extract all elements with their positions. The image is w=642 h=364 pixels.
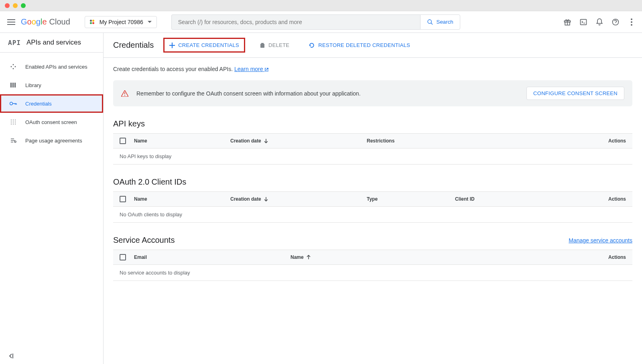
search-button-label: Search <box>437 19 453 25</box>
sidebar-header: API APIs and services <box>0 33 103 53</box>
collapse-sidebar-icon[interactable] <box>8 353 14 359</box>
col-actions: Actions <box>608 254 626 260</box>
sidebar-items: Enabled APIs and services Library Creden… <box>0 53 103 150</box>
delete-label: Delete <box>268 42 289 48</box>
svg-point-11 <box>11 66 12 67</box>
col-email[interactable]: Email <box>134 254 291 260</box>
col-type[interactable]: Type <box>367 196 455 202</box>
svg-point-29 <box>15 124 16 124</box>
select-all-checkbox[interactable] <box>120 196 126 202</box>
api-keys-section: API keys Name Creation date Restrictions… <box>113 119 632 165</box>
consent-icon <box>9 118 17 126</box>
sidebar-item-page-usage[interactable]: Page usage agreements <box>0 131 103 150</box>
svg-point-9 <box>631 24 632 26</box>
notifications-icon[interactable] <box>595 18 603 26</box>
svg-rect-15 <box>12 83 14 87</box>
svg-point-24 <box>11 122 12 122</box>
sidebar-item-label: Library <box>25 82 41 88</box>
restore-label: Restore Deleted Credentials <box>318 42 410 48</box>
svg-point-23 <box>15 120 16 120</box>
search-container: Search <box>171 14 460 30</box>
svg-point-40 <box>124 95 125 96</box>
col-name[interactable]: Name <box>291 254 371 260</box>
oauth-title: OAuth 2.0 Client IDs <box>113 177 186 187</box>
service-accounts-empty: No service accounts to display <box>113 265 632 281</box>
cloud-shell-icon[interactable] <box>579 18 587 26</box>
sidebar-item-label: Credentials <box>25 101 52 107</box>
svg-point-12 <box>15 66 16 67</box>
content: Create credentials to access your enable… <box>104 58 642 302</box>
project-icon <box>90 20 95 24</box>
search-button[interactable]: Search <box>420 14 460 30</box>
svg-rect-14 <box>10 83 12 87</box>
sidebar-item-enabled-apis[interactable]: Enabled APIs and services <box>0 57 103 76</box>
svg-point-7 <box>631 18 632 20</box>
sidebar-item-label: Enabled APIs and services <box>25 64 87 70</box>
svg-point-22 <box>13 120 14 120</box>
window-close-icon[interactable] <box>5 3 10 8</box>
hamburger-menu-icon[interactable] <box>6 17 16 27</box>
learn-more-link[interactable]: Learn more <box>234 66 269 72</box>
manage-service-accounts-link[interactable]: Manage service accounts <box>569 237 632 244</box>
svg-point-26 <box>15 122 16 122</box>
more-icon[interactable] <box>628 18 636 26</box>
svg-point-21 <box>11 120 12 120</box>
svg-point-33 <box>14 141 16 142</box>
key-icon <box>9 100 17 108</box>
window-minimize-icon[interactable] <box>13 3 18 8</box>
col-restrictions[interactable]: Restrictions <box>367 138 447 144</box>
logo-product: Cloud <box>49 17 70 26</box>
svg-rect-37 <box>260 44 264 48</box>
project-selector[interactable]: My Project 70986 <box>85 16 157 28</box>
banner-text: Remember to configure the OAuth consent … <box>136 90 526 97</box>
delete-button[interactable]: Delete <box>255 39 294 51</box>
svg-point-28 <box>13 124 14 124</box>
search-input[interactable] <box>171 14 420 30</box>
svg-point-0 <box>428 20 431 23</box>
select-all-checkbox[interactable] <box>120 254 126 260</box>
consent-banner: Remember to configure the OAuth consent … <box>113 80 632 106</box>
col-actions: Actions <box>608 138 626 144</box>
restore-icon <box>309 43 315 48</box>
sidebar-item-library[interactable]: Library <box>0 76 103 94</box>
col-name[interactable]: Name <box>134 196 230 202</box>
col-actions: Actions <box>608 196 626 202</box>
col-name[interactable]: Name <box>134 138 230 144</box>
google-cloud-logo[interactable]: Google Cloud <box>21 17 70 26</box>
enabled-apis-icon <box>9 63 17 71</box>
warning-icon <box>121 90 128 97</box>
oauth-empty: No OAuth clients to display <box>113 207 632 223</box>
col-client-id[interactable]: Client ID <box>455 196 515 202</box>
sidebar-title: APIs and services <box>26 39 81 47</box>
gift-icon[interactable] <box>563 18 571 26</box>
col-creation[interactable]: Creation date <box>230 196 367 202</box>
arrow-up-icon <box>306 255 311 260</box>
col-creation[interactable]: Creation date <box>230 138 367 144</box>
service-accounts-table-header: Email Name Actions <box>113 250 632 265</box>
create-credentials-button[interactable]: Create Credentials <box>163 38 245 53</box>
page-title: Credentials <box>113 41 154 50</box>
main-content: Credentials Create Credentials Delete Re… <box>104 33 642 364</box>
api-keys-title: API keys <box>113 119 145 128</box>
sidebar-item-credentials[interactable]: Credentials <box>0 94 103 113</box>
select-all-checkbox[interactable] <box>120 138 126 144</box>
restore-button[interactable]: Restore Deleted Credentials <box>304 39 415 51</box>
configure-consent-button[interactable]: Configure Consent Screen <box>526 87 624 100</box>
arrow-down-icon <box>264 138 268 143</box>
window-maximize-icon[interactable] <box>21 3 26 8</box>
svg-point-8 <box>631 21 632 23</box>
help-icon[interactable] <box>612 18 620 26</box>
svg-point-13 <box>13 68 14 69</box>
trash-icon <box>260 43 265 48</box>
service-accounts-title: Service Accounts <box>113 236 175 245</box>
sidebar-item-oauth-consent[interactable]: OAuth consent screen <box>0 113 103 131</box>
agreements-icon <box>9 136 17 144</box>
svg-rect-5 <box>581 19 587 24</box>
chevron-down-icon <box>148 21 152 23</box>
external-link-icon <box>264 67 269 72</box>
top-header: Google Cloud My Project 70986 Search <box>0 11 642 33</box>
api-label: API <box>8 39 21 47</box>
mac-titlebar <box>0 0 642 11</box>
intro-text: Create credentials to access your enable… <box>113 66 632 72</box>
page-header: Credentials Create Credentials Delete Re… <box>104 33 642 58</box>
